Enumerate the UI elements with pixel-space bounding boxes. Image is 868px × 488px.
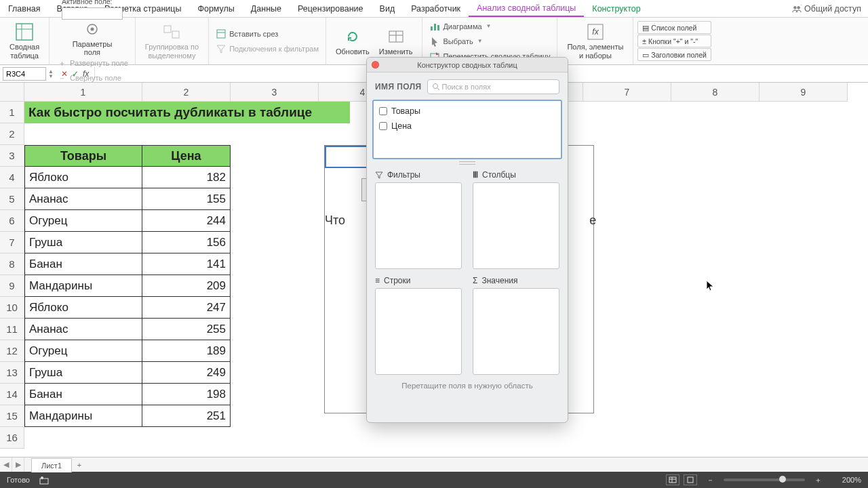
plus-minus-toggle[interactable]: ±Кнопки "+" и "-" [637, 35, 711, 47]
menu-рецензирование[interactable]: Рецензирование [290, 0, 372, 17]
cell[interactable]: 155 [142, 188, 231, 210]
zoom-out-button[interactable]: － [707, 475, 714, 485]
data-table[interactable]: Товары Цена Яблоко182Ананас155Огурец244Г… [24, 145, 231, 427]
drag-handle-icon[interactable] [367, 159, 568, 166]
table-row[interactable]: Ананас155 [24, 188, 231, 210]
filter-connections-button[interactable]: Подключения к фильтрам [216, 42, 319, 56]
row-header[interactable]: 11 [0, 319, 24, 340]
cell[interactable]: 251 [142, 405, 231, 427]
row-header[interactable]: 6 [0, 210, 24, 232]
cell[interactable]: Ананас [24, 188, 142, 210]
cell[interactable]: 141 [142, 253, 231, 275]
row-header[interactable]: 8 [0, 253, 24, 275]
share-button[interactable]: +Общий доступ [785, 4, 868, 14]
fx-button[interactable]: fx Поля, элементыи наборы [564, 22, 626, 59]
change-source-button[interactable]: Изменить [376, 27, 416, 56]
col-header[interactable]: 2 [142, 83, 231, 102]
menu-вид[interactable]: Вид [372, 0, 403, 17]
col-товары-header[interactable]: Товары [24, 145, 142, 167]
table-row[interactable]: Огурец244 [24, 210, 231, 232]
title-cell[interactable]: Как быстро посчитать дубликаты в таблице [24, 102, 350, 123]
cell[interactable]: 209 [142, 275, 231, 297]
cell[interactable]: Мандарины [24, 405, 142, 427]
expand-field-button[interactable]: ＋Развернуть поле [56, 56, 128, 70]
menu-данные[interactable]: Данные [243, 0, 290, 17]
table-row[interactable]: Яблоко182 [24, 167, 231, 188]
table-row[interactable]: Груша249 [24, 362, 231, 384]
table-row[interactable]: Огурец189 [24, 340, 231, 362]
menu-главная[interactable]: Главная [0, 0, 49, 17]
field-цена[interactable]: Цена [379, 119, 555, 134]
row-header[interactable]: 15 [0, 405, 24, 427]
select-all-corner[interactable] [0, 83, 24, 102]
table-row[interactable]: Ананас255 [24, 319, 231, 340]
page-layout-view-icon[interactable] [684, 474, 697, 485]
row-header[interactable]: 7 [0, 232, 24, 253]
active-field-input[interactable] [62, 7, 123, 20]
row-header[interactable]: 5 [0, 188, 24, 210]
pivot-table-button[interactable]: Своднаятаблица [7, 22, 42, 59]
chart-button[interactable]: Диаграмма▼ [429, 20, 550, 33]
group-button[interactable]: Группировка повыделенному [142, 22, 201, 59]
insert-slicer-button[interactable]: Вставить срез [216, 27, 319, 41]
table-row[interactable]: Банан198 [24, 384, 231, 405]
menu-формулы[interactable]: Формулы [189, 0, 242, 17]
cell[interactable]: 198 [142, 384, 231, 405]
close-icon[interactable] [372, 61, 379, 68]
cell[interactable]: 189 [142, 340, 231, 362]
field-search[interactable] [427, 79, 560, 94]
table-row[interactable]: Мандарины251 [24, 405, 231, 427]
zoom-slider[interactable] [724, 479, 805, 481]
view-switcher[interactable] [666, 474, 697, 485]
cell[interactable]: Яблоко [24, 297, 142, 319]
zoom-in-button[interactable]: ＋ [814, 475, 822, 485]
next-sheet-button[interactable]: ▶ [12, 458, 24, 472]
zoom-level[interactable]: 200% [831, 476, 861, 484]
cell[interactable]: Груша [24, 362, 142, 384]
row-header[interactable]: 16 [0, 427, 24, 449]
cell[interactable]: Ананас [24, 319, 142, 340]
panel-titlebar[interactable]: Конструктор сводных таблиц [367, 58, 568, 73]
columns-zone[interactable] [473, 182, 559, 269]
row-header[interactable]: 10 [0, 297, 24, 319]
col-цена-header[interactable]: Цена [142, 145, 231, 167]
normal-view-icon[interactable] [666, 474, 679, 485]
col-header[interactable]: 8 [671, 83, 760, 102]
col-header[interactable]: 1 [24, 83, 142, 102]
values-zone[interactable] [473, 288, 559, 375]
select-button[interactable]: Выбрать▼ [429, 35, 550, 48]
row-header[interactable]: 9 [0, 275, 24, 297]
rows-zone[interactable] [375, 288, 462, 375]
menu-анализ-сводной-таблицы[interactable]: Анализ сводной таблицы [469, 0, 584, 17]
add-sheet-button[interactable]: + [72, 461, 87, 469]
row-header[interactable]: 1 [0, 102, 24, 123]
cell[interactable]: Груша [24, 232, 142, 253]
cell[interactable]: 255 [142, 319, 231, 340]
field-list-toggle[interactable]: ▤Список полей [637, 21, 711, 34]
row-headers[interactable]: 12345678910111213141516 [0, 102, 24, 449]
cell[interactable]: Банан [24, 253, 142, 275]
row-header[interactable]: 12 [0, 340, 24, 362]
table-row[interactable]: Яблоко247 [24, 297, 231, 319]
table-row[interactable]: Груша156 [24, 232, 231, 253]
menu-разработчик[interactable]: Разработчик [403, 0, 469, 17]
col-header[interactable]: 7 [583, 83, 671, 102]
row-header[interactable]: 3 [0, 145, 24, 167]
row-header[interactable]: 13 [0, 362, 24, 384]
cell[interactable]: 182 [142, 167, 231, 188]
refresh-button[interactable]: Обновить [333, 27, 372, 56]
col-header[interactable]: 9 [760, 83, 848, 102]
macro-record-icon[interactable] [39, 475, 49, 485]
field-list[interactable]: ТоварыЦена [372, 100, 562, 159]
cell[interactable]: 156 [142, 232, 231, 253]
cell[interactable]: Мандарины [24, 275, 142, 297]
table-row[interactable]: Мандарины209 [24, 275, 231, 297]
cell[interactable]: Банан [24, 384, 142, 405]
pivot-builder-panel[interactable]: Конструктор сводных таблиц ИМЯ ПОЛЯ Това… [366, 57, 568, 423]
cell[interactable]: Огурец [24, 210, 142, 232]
cell[interactable]: Яблоко [24, 167, 142, 188]
table-row[interactable]: Банан141 [24, 253, 231, 275]
row-header[interactable]: 4 [0, 167, 24, 188]
cell[interactable]: Огурец [24, 340, 142, 362]
filters-zone[interactable] [375, 182, 462, 269]
